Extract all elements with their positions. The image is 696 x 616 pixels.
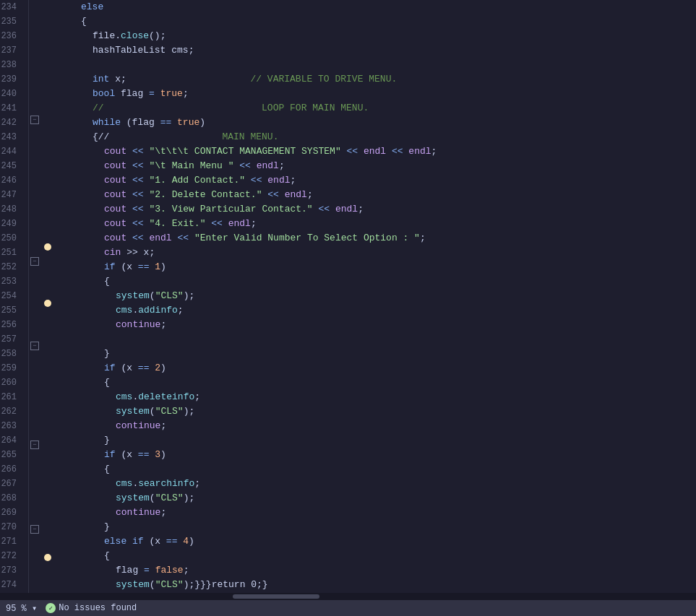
token: endl [257, 159, 279, 173]
breakpoint-cell[interactable] [40, 466, 55, 480]
fold-icon[interactable]: − [30, 441, 39, 449]
breakpoint-cell[interactable] [40, 84, 55, 99]
code-line: system("CLS");}}}return 0;} [58, 578, 696, 592]
line-number: 270 [0, 520, 22, 534]
code-line: { [58, 376, 696, 390]
fold-cell [29, 71, 40, 85]
fold-cell[interactable]: − [29, 254, 40, 269]
breakpoint-cell[interactable] [40, 409, 55, 424]
fold-icon[interactable]: − [30, 116, 39, 124]
breakpoint-cell[interactable] [40, 325, 55, 339]
breakpoint-cell[interactable] [40, 339, 55, 353]
token: if [104, 260, 116, 274]
token: "\t\t\t CONTACT MANAGEMENT SYSTEM" [149, 144, 340, 159]
token: = [138, 563, 155, 578]
fold-gutter[interactable]: −−−−− [29, 0, 40, 593]
breakpoint-cell[interactable] [40, 155, 55, 170]
line-number: 275 [0, 592, 22, 593]
fold-cell [29, 353, 40, 368]
line-number: 261 [0, 390, 22, 404]
fold-cell [29, 480, 40, 495]
token: hashTableList [93, 43, 166, 58]
line-number: 274 [0, 578, 22, 592]
token: << [126, 217, 149, 231]
breakpoint-cell[interactable] [40, 578, 55, 593]
token: continue [116, 419, 160, 433]
fold-cell [29, 565, 40, 579]
token: << [126, 144, 149, 159]
token: // [93, 101, 104, 116]
token: ( [150, 289, 155, 303]
breakpoint-cell[interactable] [40, 565, 55, 579]
breakpoint-cell[interactable] [40, 452, 55, 467]
breakpoint-cell[interactable] [40, 198, 55, 212]
breakpoint-cell[interactable] [40, 282, 55, 297]
fold-cell[interactable]: − [29, 522, 40, 537]
breakpoint-cell[interactable] [40, 127, 55, 142]
code-line: {// MAIN MENU. [58, 130, 696, 144]
breakpoint-cell[interactable] [40, 212, 55, 226]
breakpoint-cell[interactable] [40, 367, 55, 381]
zoom-level[interactable]: 95 % ▾ [6, 603, 37, 614]
token: continue [116, 506, 160, 520]
code-line [58, 58, 696, 72]
horizontal-scrollbar[interactable] [0, 593, 696, 600]
breakpoint-cell[interactable] [40, 254, 55, 269]
breakpoint-cell[interactable] [40, 56, 55, 71]
breakpoint-cell[interactable] [40, 508, 55, 523]
token: ; [358, 202, 364, 217]
line-number: 271 [0, 534, 22, 549]
breakpoint-cell[interactable] [40, 423, 55, 438]
fold-cell [29, 84, 40, 99]
breakpoint-cell[interactable] [40, 226, 55, 240]
breakpoint-cell[interactable] [40, 537, 55, 551]
token: LOOP FOR MAIN MENU. [104, 101, 369, 116]
breakpoint-gutter[interactable] [40, 0, 55, 593]
line-number: 259 [0, 361, 22, 376]
breakpoint-cell[interactable] [40, 99, 55, 113]
breakpoint-cell[interactable] [40, 28, 55, 43]
breakpoint-cell[interactable] [40, 438, 55, 452]
breakpoint-cell[interactable] [40, 71, 55, 85]
code-line: if (x == 3) [58, 448, 696, 462]
token: endl [335, 202, 358, 217]
zoom-dropdown-icon[interactable]: ▾ [32, 604, 37, 614]
code-line: { [58, 549, 696, 563]
breakpoint-cell[interactable] [40, 494, 55, 508]
code-line: flag = false; [58, 563, 696, 578]
fold-cell[interactable]: − [29, 339, 40, 353]
breakpoint-cell[interactable] [40, 113, 55, 127]
breakpoint-cell[interactable] [40, 183, 55, 198]
fold-cell [29, 155, 40, 170]
scrollbar-thumb[interactable] [233, 594, 319, 599]
token: addinfo [138, 303, 178, 318]
breakpoint-cell[interactable] [40, 550, 55, 565]
fold-icon[interactable]: − [30, 525, 39, 534]
breakpoint-cell[interactable] [40, 480, 55, 495]
fold-cell[interactable]: − [29, 438, 40, 452]
breakpoint-cell[interactable] [40, 141, 55, 155]
breakpoint-dot [44, 243, 51, 251]
breakpoint-cell[interactable] [40, 381, 55, 396]
token: "4. Exit." [149, 217, 205, 231]
breakpoint-cell[interactable] [40, 14, 55, 29]
breakpoint-cell[interactable] [40, 268, 55, 282]
breakpoint-cell[interactable] [40, 353, 55, 368]
breakpoint-cell[interactable] [40, 43, 55, 57]
code-lines: else{file.close();hashTableList cms; int… [55, 0, 696, 593]
fold-icon[interactable]: − [30, 342, 39, 350]
fold-icon[interactable]: − [30, 257, 39, 266]
token: if [104, 448, 116, 462]
breakpoint-cell[interactable] [40, 296, 55, 311]
breakpoint-cell[interactable] [40, 522, 55, 537]
token: "CLS" [155, 289, 184, 303]
breakpoint-cell[interactable] [40, 240, 55, 254]
breakpoint-cell[interactable] [40, 0, 55, 14]
breakpoint-cell[interactable] [40, 170, 55, 184]
fold-cell[interactable]: − [29, 113, 40, 127]
fold-cell [29, 311, 40, 325]
token: ); [184, 404, 195, 419]
breakpoint-cell[interactable] [40, 395, 55, 409]
breakpoint-cell[interactable] [40, 311, 55, 325]
token: << [126, 231, 149, 246]
